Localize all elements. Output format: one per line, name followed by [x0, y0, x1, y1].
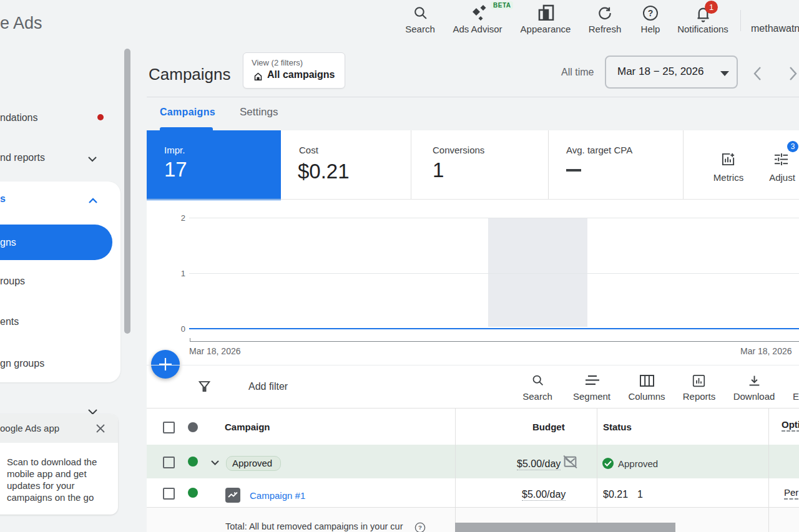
svg-text:?: ? [418, 524, 422, 531]
svg-text:?: ? [648, 8, 654, 18]
